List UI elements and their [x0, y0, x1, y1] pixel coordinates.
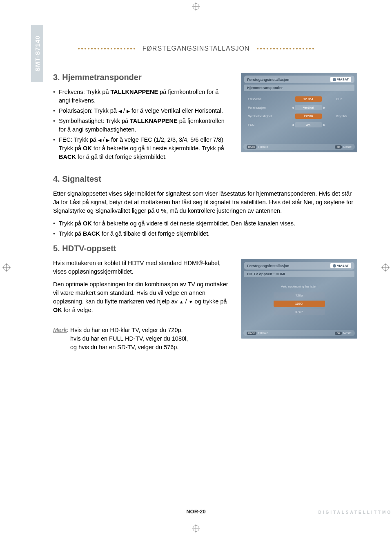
sc1-subtitle: Hjemmetransponder — [247, 86, 283, 90]
section4-para: Etter signaloppsettet vises skjermbildet… — [53, 189, 357, 215]
list-item: Symbolhastighet: Trykk på TALLKNAPPENE p… — [53, 117, 229, 134]
sc-field-value: 27500 — [295, 114, 322, 119]
sc-field-row: FEC◀3/4▶ — [248, 122, 350, 127]
left-arrow-icon: ◀ — [292, 123, 294, 127]
section5-para1: Hvis mottakeren er koblet til HDTV med s… — [53, 259, 229, 276]
merk-note: Merk: Hvis du har en HD-klar TV, velger … — [53, 326, 229, 352]
model-side-tab: SMT-S7140 — [31, 25, 43, 82]
right-arrow-icon: ▶ — [323, 106, 325, 109]
merk-label: Merk — [53, 327, 67, 333]
screenshot-hdtv-setup: Førstegangsinstallasjon VIASAT HD TV opp… — [241, 259, 357, 339]
section5-heading: 5. HDTV-oppsett — [53, 244, 357, 253]
header-row: FØRSTEGANGSINSTALLASJON — [31, 45, 361, 52]
list-item: Polarisasjon: Trykk på ◀ / ▶ for å velge… — [53, 107, 229, 115]
resolution-option: 1080i — [274, 301, 325, 307]
section4-heading: 4. Signaltest — [53, 174, 357, 184]
list-item: FEC: Trykk på ◀ / ▶ for å velge FEC (1/2… — [53, 136, 229, 161]
sc-field-row: Polarisasjon◀Vertikal▶ — [248, 105, 350, 110]
viasat-logo: VIASAT — [330, 263, 351, 268]
sc-field-value: 3/4 — [295, 122, 322, 127]
sc-field-unit: Ksymb/s — [336, 115, 350, 118]
sc-field-unit: GHz — [336, 98, 350, 100]
sc1-title: Førstegangsinstallasjon — [247, 78, 290, 82]
page-header-title: FØRSTEGANGSINSTALLASJON — [143, 45, 250, 52]
down-arrow-icon: ▼ — [189, 300, 193, 304]
up-arrow-icon: ▲ — [179, 300, 184, 304]
sc-field-value: 12.054 — [295, 96, 322, 102]
dots-right-icon — [257, 48, 314, 49]
page-number: NOR-20 — [186, 508, 206, 515]
sc-field-label: Polarisasjon — [248, 106, 281, 109]
sc-field-row: Symbolhastighet27500Ksymb/s — [248, 114, 350, 119]
section3-list: Frekvens: Trykk på TALLKNAPPENE på fjern… — [53, 88, 229, 161]
sc2-title: Førstegangsinstallasjon — [247, 264, 290, 268]
sc-field-value: Vertikal — [295, 105, 322, 110]
left-arrow-icon: ◀ — [118, 109, 122, 114]
left-arrow-icon: ◀ — [98, 138, 101, 143]
right-arrow-icon: ▶ — [127, 109, 130, 114]
dots-left-icon — [78, 48, 135, 49]
sc-back-button: BACKTilbake — [247, 331, 268, 335]
resolution-option: 720p — [274, 292, 325, 299]
sc-ok-button: OKNeste — [335, 331, 352, 335]
sc2-prompt: Velg oppløsning fra listen — [248, 285, 350, 288]
section5-para2: Den optimale oppløsningen for din kombin… — [53, 280, 229, 314]
list-item: Frekvens: Trykk på TALLKNAPPENE på fjern… — [53, 88, 229, 105]
right-arrow-icon: ▶ — [323, 123, 325, 127]
list-item: Trykk på BACK for å gå tilbake til det f… — [53, 230, 357, 238]
right-arrow-icon: ▶ — [106, 138, 109, 143]
sc2-subtitle: HD TV oppsett : HDMI — [247, 272, 285, 276]
sc-field-row: Frekvens12.054GHz — [248, 96, 350, 102]
section3-heading: 3. Hjemmetransponder — [53, 73, 229, 82]
sc-back-button: BACKTilbake — [247, 145, 268, 149]
sc-field-label: FEC — [248, 123, 281, 127]
footer-right-text: DIGITALSATELLITTMO — [318, 510, 392, 515]
sc-ok-button: OKNeste — [335, 145, 352, 149]
sc-field-label: Symbolhastighet — [248, 114, 281, 118]
viasat-logo: VIASAT — [330, 77, 351, 82]
sc-field-label: Frekvens — [248, 97, 281, 101]
left-arrow-icon: ◀ — [292, 106, 294, 109]
screenshot-home-transponder: Førstegangsinstallasjon VIASAT Hjemmetra… — [241, 73, 357, 152]
resolution-option: 576P — [274, 309, 325, 315]
section4-list: Trykk på OK for å bekrefte og gå videre … — [53, 219, 357, 238]
list-item: Trykk på OK for å bekrefte og gå videre … — [53, 219, 357, 228]
